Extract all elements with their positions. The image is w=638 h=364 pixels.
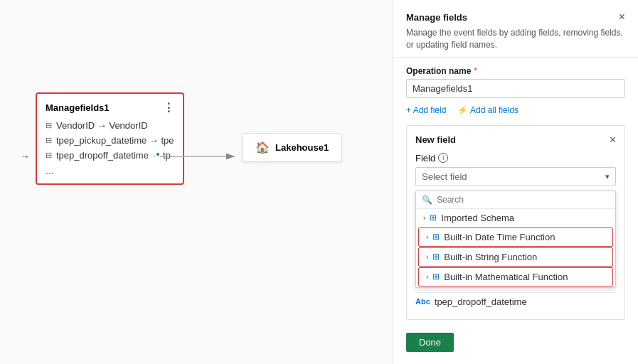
chevron-right-icon-3: › bbox=[426, 273, 428, 281]
node-title-label: Managefields1 bbox=[46, 102, 110, 113]
managefields-node: Managefields1 ⋮ ⊟ VendorID → VendorID ⊟ … bbox=[36, 92, 184, 185]
dropdown-item-label-0: Imported Schema bbox=[441, 213, 514, 223]
panel-description: Manage the event fields by adding fields… bbox=[406, 27, 625, 51]
node-title: Managefields1 ⋮ bbox=[46, 101, 174, 114]
dropdown-item-label-3: Built-in Mathematical Function bbox=[444, 272, 568, 282]
new-field-section: New field × Field i Select field ▾ 🔍 bbox=[406, 125, 625, 320]
panel-title-row: Manage fields × bbox=[406, 11, 625, 23]
op-name-label-row: Operation name * bbox=[406, 66, 625, 76]
grid-icon-2: ⊞ bbox=[432, 252, 440, 262]
new-field-section-header: New field × bbox=[415, 134, 616, 146]
node-more-label: ... bbox=[46, 165, 174, 176]
abc-icon: Abc bbox=[415, 297, 430, 306]
panel-header: Manage fields × Manage the event fields … bbox=[393, 0, 638, 58]
dropdown-item-label-1: Built-in Date Time Function bbox=[444, 232, 555, 242]
chevron-right-icon-2: › bbox=[426, 253, 428, 261]
canvas-area: → Managefields1 ⋮ ⊟ VendorID → VendorID … bbox=[0, 0, 393, 364]
preview-field-label: tpep_dropoff_datetime bbox=[435, 296, 527, 307]
search-icon: 🔍 bbox=[422, 195, 432, 205]
add-field-button[interactable]: + Add field bbox=[406, 105, 446, 115]
node-ellipsis-icon[interactable]: ⋮ bbox=[163, 101, 174, 114]
chevron-down-icon: ▾ bbox=[605, 172, 610, 181]
dropdown-list: 🔍 › ⊞ Imported Schema › ⊞ Built-in Date … bbox=[415, 191, 616, 288]
field-info-row: Field i bbox=[415, 153, 616, 164]
lakehouse-label: Lakehouse1 bbox=[275, 142, 329, 153]
node-field-1: ⊟ VendorID → VendorID bbox=[46, 120, 174, 131]
field-icon-1: ⊟ bbox=[46, 121, 52, 130]
select-placeholder: Select field bbox=[422, 171, 467, 182]
dropdown-item-math[interactable]: › ⊞ Built-in Mathematical Function bbox=[418, 267, 613, 287]
add-all-fields-button[interactable]: ⚡ Add all fields bbox=[457, 105, 519, 115]
chevron-right-icon-0: › bbox=[423, 214, 425, 222]
arrow-input: → bbox=[20, 151, 30, 162]
field-label-3: tpep_dropoff_datetime → tp bbox=[56, 150, 171, 161]
search-input[interactable] bbox=[437, 195, 610, 205]
panel-body: Operation name * + Add field ⚡ Add all f… bbox=[393, 58, 638, 364]
right-panel: Manage fields × Manage the event fields … bbox=[393, 0, 638, 364]
panel-close-button[interactable]: × bbox=[619, 11, 625, 23]
field-icon-3: ⊟ bbox=[46, 151, 52, 160]
connector-dot bbox=[155, 151, 161, 157]
node-field-2: ⊟ tpep_pickup_datetime → tpe bbox=[46, 135, 174, 146]
field-info-text: Field bbox=[415, 153, 435, 164]
required-star: * bbox=[474, 66, 477, 76]
dropdown-item-imported[interactable]: › ⊞ Imported Schema bbox=[416, 209, 615, 227]
done-button[interactable]: Done bbox=[406, 333, 454, 352]
dropdown-item-datetime[interactable]: › ⊞ Built-in Date Time Function bbox=[418, 228, 613, 247]
dropdown-item-string[interactable]: › ⊞ Built-in String Function bbox=[418, 247, 613, 267]
new-field-close-button[interactable]: × bbox=[610, 134, 616, 146]
info-icon[interactable]: i bbox=[438, 153, 448, 163]
preview-field-row: Abc tpep_dropoff_datetime bbox=[415, 292, 616, 311]
grid-icon-3: ⊞ bbox=[432, 272, 440, 282]
grid-icon-1: ⊞ bbox=[432, 232, 440, 242]
field-label-1: VendorID → VendorID bbox=[56, 120, 148, 131]
lakehouse-icon: 🏠 bbox=[255, 141, 270, 154]
action-row: + Add field ⚡ Add all fields bbox=[406, 105, 625, 115]
grid-icon-0: ⊞ bbox=[430, 213, 437, 223]
field-label-2: tpep_pickup_datetime → tpe bbox=[56, 135, 174, 146]
search-row: 🔍 bbox=[416, 191, 615, 209]
chevron-right-icon-1: › bbox=[426, 233, 428, 241]
op-name-label: Operation name bbox=[406, 66, 471, 76]
field-icon-2: ⊟ bbox=[46, 136, 52, 145]
panel-title-text: Manage fields bbox=[406, 12, 467, 23]
lakehouse-node: 🏠 Lakehouse1 bbox=[242, 133, 342, 162]
op-name-input[interactable] bbox=[406, 79, 625, 98]
dropdown-item-label-2: Built-in String Function bbox=[444, 252, 537, 262]
select-field-dropdown[interactable]: Select field ▾ bbox=[415, 167, 616, 186]
new-field-title: New field bbox=[415, 134, 456, 145]
